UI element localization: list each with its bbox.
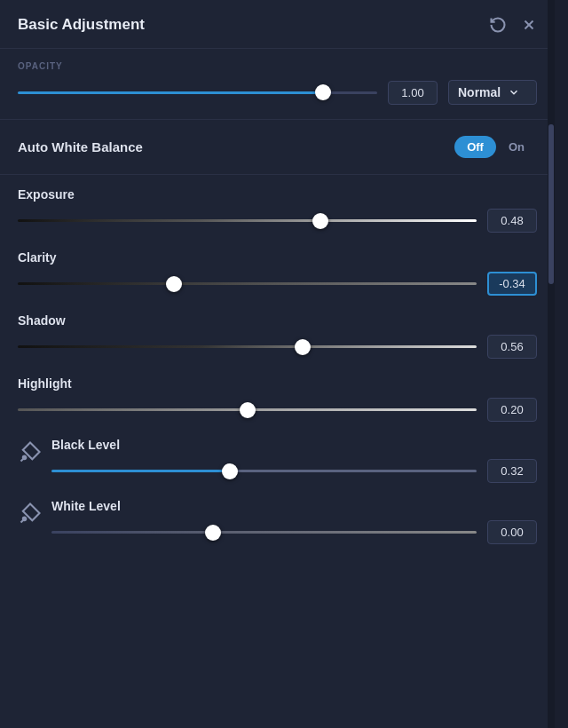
exposure-thumb[interactable] bbox=[312, 213, 328, 229]
highlight-row: Highlight 0.20 bbox=[18, 371, 537, 431]
svg-point-2 bbox=[23, 456, 26, 460]
black-level-slider[interactable] bbox=[51, 463, 477, 480]
blend-mode-dropdown[interactable]: Normal bbox=[448, 80, 537, 105]
black-level-eyedropper-icon[interactable] bbox=[18, 439, 43, 464]
close-icon[interactable] bbox=[521, 17, 537, 33]
panel-title: Basic Adjustment bbox=[18, 16, 480, 34]
highlight-value[interactable]: 0.20 bbox=[487, 398, 537, 422]
wb-on-button[interactable]: On bbox=[496, 136, 537, 158]
opacity-value[interactable]: 1.00 bbox=[388, 81, 438, 105]
opacity-label: OPACITY bbox=[18, 61, 537, 71]
exposure-slider[interactable] bbox=[18, 212, 477, 230]
clarity-label: Clarity bbox=[18, 250, 537, 265]
panel-header: Basic Adjustment bbox=[0, 0, 555, 49]
white-level-row: White Level 0.00 bbox=[18, 495, 537, 553]
highlight-label: Highlight bbox=[18, 376, 537, 391]
opacity-section: OPACITY 1.00 Normal bbox=[0, 49, 555, 120]
reset-icon[interactable] bbox=[489, 16, 507, 34]
white-level-eyedropper-icon[interactable] bbox=[18, 501, 43, 526]
white-balance-section: Auto White Balance Off On bbox=[0, 120, 555, 175]
black-level-slider-row: 0.32 bbox=[51, 459, 537, 483]
exposure-slider-row: 0.48 bbox=[18, 209, 537, 233]
white-balance-label: Auto White Balance bbox=[18, 139, 440, 154]
clarity-slider[interactable] bbox=[18, 275, 477, 293]
shadow-value[interactable]: 0.56 bbox=[487, 335, 537, 359]
shadow-thumb[interactable] bbox=[295, 339, 311, 355]
blend-mode-label: Normal bbox=[458, 85, 501, 99]
white-level-thumb[interactable] bbox=[205, 525, 221, 541]
shadow-row: Shadow 0.56 bbox=[18, 308, 537, 368]
scrollbar-thumb bbox=[548, 124, 554, 284]
adjustments-section: Exposure 0.48 Clarity -0.34 bbox=[0, 175, 555, 564]
exposure-label: Exposure bbox=[18, 187, 537, 202]
black-level-label: Black Level bbox=[51, 438, 537, 452]
white-level-label: White Level bbox=[51, 499, 537, 513]
highlight-slider[interactable] bbox=[18, 401, 477, 419]
wb-off-button[interactable]: Off bbox=[454, 136, 496, 158]
black-level-thumb[interactable] bbox=[222, 463, 238, 479]
highlight-slider-row: 0.20 bbox=[18, 398, 537, 422]
highlight-thumb[interactable] bbox=[240, 402, 256, 418]
opacity-row: 1.00 Normal bbox=[18, 80, 537, 105]
svg-point-3 bbox=[23, 518, 26, 521]
white-level-slider-row: 0.00 bbox=[51, 520, 537, 544]
clarity-slider-row: -0.34 bbox=[18, 272, 537, 296]
opacity-slider-thumb[interactable] bbox=[315, 84, 331, 100]
exposure-row: Exposure 0.48 bbox=[18, 182, 537, 241]
clarity-thumb[interactable] bbox=[166, 276, 182, 292]
white-level-value[interactable]: 0.00 bbox=[487, 520, 537, 544]
black-level-content: Black Level 0.32 bbox=[51, 438, 537, 483]
exposure-value[interactable]: 0.48 bbox=[487, 209, 537, 233]
black-level-row: Black Level 0.32 bbox=[18, 434, 537, 492]
clarity-value[interactable]: -0.34 bbox=[487, 272, 537, 296]
scrollbar[interactable] bbox=[548, 0, 555, 728]
shadow-slider-row: 0.56 bbox=[18, 335, 537, 359]
basic-adjustment-panel: Basic Adjustment OPACITY 1.00 Normal bbox=[0, 0, 555, 728]
white-level-content: White Level 0.00 bbox=[51, 499, 537, 544]
shadow-label: Shadow bbox=[18, 313, 537, 328]
black-level-value[interactable]: 0.32 bbox=[487, 459, 537, 483]
clarity-row: Clarity -0.34 bbox=[18, 245, 537, 305]
white-level-slider[interactable] bbox=[51, 524, 477, 542]
chevron-down-icon bbox=[508, 86, 520, 99]
white-balance-toggle: Off On bbox=[454, 136, 537, 158]
opacity-slider-container[interactable] bbox=[18, 83, 377, 101]
shadow-slider[interactable] bbox=[18, 338, 477, 356]
